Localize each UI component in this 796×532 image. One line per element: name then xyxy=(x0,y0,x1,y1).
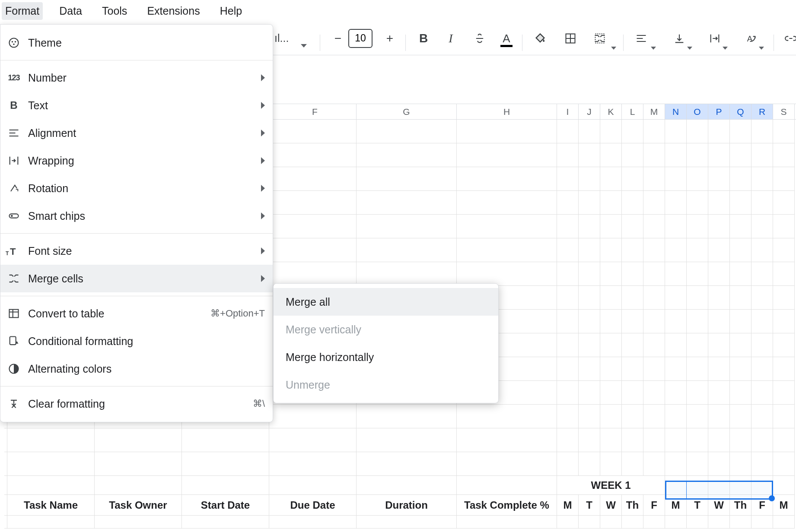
cell[interactable] xyxy=(708,120,730,143)
cell[interactable] xyxy=(730,191,751,215)
cell[interactable] xyxy=(622,428,643,452)
bold-button[interactable]: B xyxy=(414,29,433,48)
cell[interactable] xyxy=(751,310,773,333)
cell[interactable] xyxy=(457,405,557,428)
column-header-O[interactable]: O xyxy=(687,104,708,119)
cell[interactable] xyxy=(773,516,795,529)
cell[interactable] xyxy=(269,191,357,215)
cell[interactable] xyxy=(643,333,665,357)
menu-item-number[interactable]: 123 Number xyxy=(0,64,273,92)
cell[interactable] xyxy=(269,405,357,428)
cell[interactable] xyxy=(643,452,665,476)
cell[interactable] xyxy=(708,476,730,495)
cell[interactable] xyxy=(773,452,795,476)
cell[interactable] xyxy=(773,286,795,310)
cell[interactable] xyxy=(7,428,95,452)
cell[interactable] xyxy=(269,516,357,529)
cell[interactable] xyxy=(665,286,687,310)
header-task-name[interactable]: Task Name xyxy=(7,495,95,516)
cell[interactable] xyxy=(751,452,773,476)
cell[interactable] xyxy=(269,120,357,143)
cell[interactable] xyxy=(665,215,687,238)
cell[interactable] xyxy=(708,428,730,452)
cell[interactable] xyxy=(622,143,643,167)
cell[interactable] xyxy=(730,143,751,167)
cell[interactable] xyxy=(600,428,622,452)
cell[interactable] xyxy=(600,215,622,238)
cell[interactable] xyxy=(557,428,579,452)
rotate-dropdown-icon[interactable] xyxy=(759,47,764,50)
cell[interactable] xyxy=(600,357,622,381)
cell[interactable] xyxy=(622,120,643,143)
cell[interactable] xyxy=(751,405,773,428)
cell[interactable] xyxy=(579,333,600,357)
header-task-complete[interactable]: Task Complete % xyxy=(457,495,557,516)
cell[interactable] xyxy=(457,191,557,215)
cell[interactable] xyxy=(600,167,622,191)
cell[interactable] xyxy=(708,310,730,333)
cell[interactable] xyxy=(773,215,795,238)
cell[interactable] xyxy=(622,310,643,333)
cell[interactable] xyxy=(4,516,7,529)
column-header-S[interactable]: S xyxy=(773,104,795,119)
cell[interactable] xyxy=(708,452,730,476)
cell[interactable] xyxy=(95,516,182,529)
cell[interactable] xyxy=(687,191,708,215)
cell[interactable] xyxy=(579,452,600,476)
cell[interactable] xyxy=(751,357,773,381)
cell[interactable] xyxy=(773,476,795,495)
cell[interactable] xyxy=(357,191,457,215)
font-size-decrease-button[interactable]: − xyxy=(328,29,347,48)
cell[interactable] xyxy=(557,191,579,215)
cell[interactable] xyxy=(579,215,600,238)
cell[interactable] xyxy=(600,405,622,428)
menu-item-wrapping[interactable]: Wrapping xyxy=(0,147,273,174)
day-cell[interactable]: F xyxy=(643,495,665,516)
cell[interactable] xyxy=(457,238,557,262)
menu-item-smart-chips[interactable]: Smart chips xyxy=(0,202,273,230)
cell[interactable] xyxy=(457,143,557,167)
day-cell[interactable]: Th xyxy=(622,495,643,516)
cell[interactable] xyxy=(665,167,687,191)
day-cell[interactable]: T xyxy=(579,495,600,516)
cell[interactable] xyxy=(773,405,795,428)
menu-item-merge-cells[interactable]: Merge cells xyxy=(0,265,273,292)
cell[interactable] xyxy=(665,381,687,405)
menu-item-alignment[interactable]: Alignment xyxy=(0,119,273,147)
cell[interactable] xyxy=(730,120,751,143)
cell[interactable] xyxy=(643,120,665,143)
menu-data[interactable]: Data xyxy=(56,2,86,20)
cell[interactable] xyxy=(579,191,600,215)
cell[interactable] xyxy=(730,357,751,381)
column-header-M[interactable]: M xyxy=(643,104,665,119)
cell[interactable] xyxy=(622,286,643,310)
cell[interactable] xyxy=(751,262,773,286)
cell[interactable] xyxy=(730,476,751,495)
column-header-R[interactable]: R xyxy=(751,104,773,119)
cell[interactable] xyxy=(579,310,600,333)
cell[interactable] xyxy=(269,215,357,238)
cell[interactable] xyxy=(357,262,457,286)
cell[interactable] xyxy=(751,191,773,215)
cell[interactable] xyxy=(730,516,751,529)
cell[interactable] xyxy=(457,516,557,529)
cell[interactable] xyxy=(600,381,622,405)
cell[interactable] xyxy=(622,262,643,286)
cell[interactable] xyxy=(751,286,773,310)
cell[interactable] xyxy=(269,167,357,191)
cell[interactable] xyxy=(751,143,773,167)
cell[interactable] xyxy=(95,476,182,495)
cell[interactable] xyxy=(457,262,557,286)
menu-help[interactable]: Help xyxy=(217,2,245,20)
cell[interactable] xyxy=(773,333,795,357)
cell[interactable] xyxy=(357,143,457,167)
column-header-L[interactable]: L xyxy=(622,104,643,119)
cell[interactable] xyxy=(730,167,751,191)
cell[interactable] xyxy=(730,238,751,262)
cell[interactable] xyxy=(557,405,579,428)
cell[interactable] xyxy=(643,262,665,286)
day-cell[interactable]: F xyxy=(751,495,773,516)
cell[interactable] xyxy=(687,167,708,191)
cell[interactable] xyxy=(557,262,579,286)
cell[interactable] xyxy=(643,167,665,191)
